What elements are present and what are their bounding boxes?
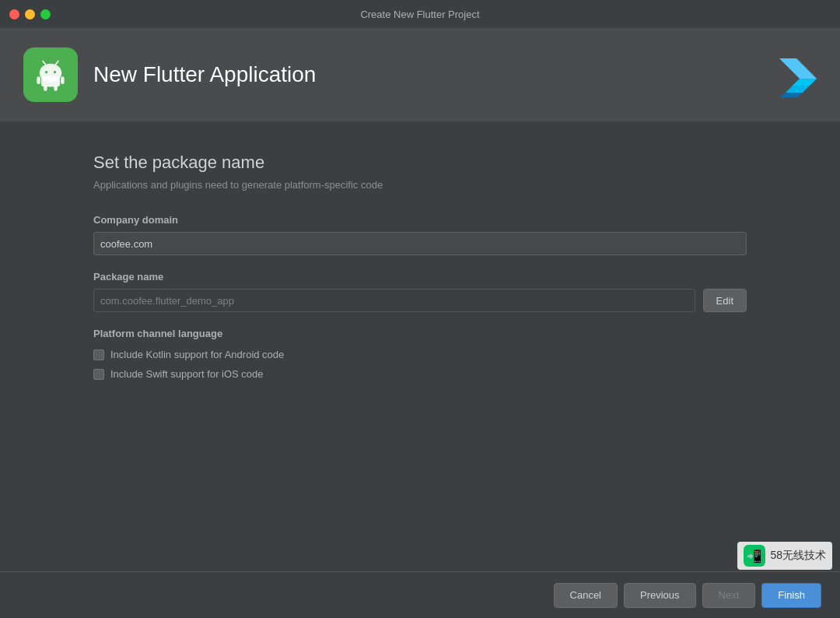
swift-checkbox[interactable] — [93, 369, 104, 380]
page-header: New Flutter Application — [0, 28, 840, 121]
section-subtitle: Applications and plugins need to generat… — [93, 179, 747, 191]
window-title: Create New Flutter Project — [360, 9, 479, 20]
svg-rect-9 — [54, 86, 57, 91]
svg-point-1 — [45, 71, 47, 73]
edit-button[interactable]: Edit — [703, 289, 747, 312]
kotlin-checkbox-row: Include Kotlin support for Android code — [93, 349, 747, 360]
android-icon — [33, 58, 68, 92]
package-name-row: Edit — [93, 289, 747, 312]
flutter-logo — [772, 52, 817, 97]
window-controls — [9, 9, 51, 19]
android-icon-container — [23, 47, 78, 102]
company-domain-label: Company domain — [93, 214, 747, 226]
finish-button[interactable]: Finish — [761, 583, 821, 608]
svg-point-2 — [54, 71, 56, 73]
kotlin-checkbox[interactable] — [93, 349, 104, 360]
page-title: New Flutter Application — [93, 62, 316, 87]
watermark: 📲 58无线技术 — [737, 542, 832, 570]
minimize-button[interactable] — [25, 9, 35, 19]
kotlin-label: Include Kotlin support for Android code — [110, 349, 284, 360]
package-name-input[interactable] — [93, 289, 695, 312]
previous-button[interactable]: Previous — [624, 583, 696, 608]
package-name-label: Package name — [93, 271, 747, 283]
section-title: Set the package name — [93, 153, 747, 173]
platform-channel-label: Platform channel language — [93, 328, 747, 339]
swift-checkbox-row: Include Swift support for iOS code — [93, 368, 747, 380]
svg-rect-5 — [41, 76, 60, 86]
footer: Cancel Previous Next Finish — [0, 571, 840, 618]
close-button[interactable] — [9, 9, 19, 19]
wechat-icon: 📲 — [744, 545, 765, 567]
svg-line-4 — [56, 61, 58, 64]
svg-marker-10 — [779, 58, 817, 79]
svg-line-3 — [43, 61, 45, 64]
cancel-button[interactable]: Cancel — [554, 583, 618, 608]
title-bar: Create New Flutter Project — [0, 0, 840, 28]
svg-rect-6 — [37, 76, 40, 84]
next-button[interactable]: Next — [702, 583, 756, 608]
svg-marker-14 — [793, 79, 817, 86]
svg-rect-7 — [61, 76, 64, 84]
maximize-button[interactable] — [40, 9, 51, 19]
svg-rect-8 — [44, 86, 47, 91]
company-domain-input[interactable] — [93, 232, 747, 255]
watermark-text: 58无线技术 — [770, 549, 826, 563]
main-content: Set the package name Applications and pl… — [0, 121, 840, 419]
swift-label: Include Swift support for iOS code — [110, 368, 264, 380]
